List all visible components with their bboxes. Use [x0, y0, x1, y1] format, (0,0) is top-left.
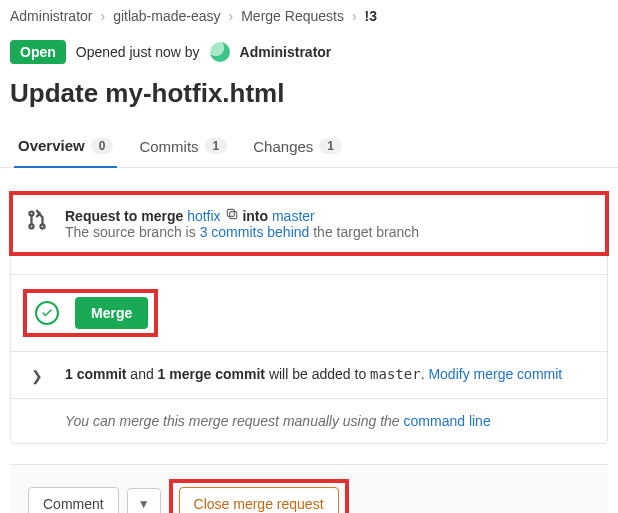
breadcrumb-mr-id: !3 — [365, 8, 377, 24]
breadcrumb: Administrator › gitlab-made-easy › Merge… — [0, 0, 618, 32]
merge-action-row: Merge — [11, 274, 607, 351]
tab-count: 0 — [91, 138, 114, 154]
breadcrumb-item[interactable]: Merge Requests — [241, 8, 344, 24]
chevron-right-icon[interactable]: ❯ — [31, 368, 43, 384]
comment-dropdown-button[interactable]: ▼ — [127, 488, 161, 513]
svg-rect-3 — [229, 212, 236, 219]
commits-behind-link[interactable]: 3 commits behind — [200, 224, 310, 240]
source-branch-link[interactable]: hotfix — [187, 208, 220, 224]
tab-count: 1 — [205, 138, 228, 154]
tab-changes[interactable]: Changes 1 — [249, 127, 346, 167]
tab-overview[interactable]: Overview 0 — [14, 127, 117, 168]
opened-by-text: Opened just now by — [76, 44, 200, 60]
merge-button[interactable]: Merge — [75, 297, 148, 329]
manual-merge-row: You can merge this merge request manuall… — [11, 398, 607, 443]
close-mr-button[interactable]: Close merge request — [179, 487, 339, 513]
breadcrumb-item[interactable]: Administrator — [10, 8, 92, 24]
status-check-icon — [35, 301, 59, 325]
chevron-right-icon: › — [352, 8, 357, 24]
branch-behind-line: The source branch is 3 commits behind th… — [65, 224, 419, 240]
commit-summary-row: ❯ 1 commit and 1 merge commit will be ad… — [11, 351, 607, 398]
comment-footer: Comment ▼ Close merge request — [10, 464, 608, 513]
tab-label: Changes — [253, 138, 313, 155]
page-title: Update my-hotfix.html — [0, 72, 618, 127]
copy-icon[interactable] — [225, 208, 243, 224]
merge-request-info: Request to merge hotfix into master The … — [11, 193, 607, 254]
author-name[interactable]: Administrator — [240, 44, 332, 60]
merge-branches-line: Request to merge hotfix into master — [65, 207, 419, 224]
chevron-right-icon: › — [100, 8, 105, 24]
tab-count: 1 — [319, 138, 342, 154]
status-row: Open Opened just now by Administrator — [0, 32, 618, 72]
merge-request-icon — [23, 207, 51, 231]
svg-rect-4 — [227, 209, 234, 216]
breadcrumb-item[interactable]: gitlab-made-easy — [113, 8, 220, 24]
tab-label: Commits — [139, 138, 198, 155]
target-branch-link[interactable]: master — [272, 208, 315, 224]
avatar[interactable] — [210, 42, 230, 62]
chevron-right-icon: › — [229, 8, 234, 24]
merge-widget: Request to merge hotfix into master The … — [10, 192, 608, 444]
status-badge: Open — [10, 40, 66, 64]
tab-label: Overview — [18, 137, 85, 154]
tab-commits[interactable]: Commits 1 — [135, 127, 231, 167]
comment-button[interactable]: Comment — [28, 487, 119, 513]
modify-merge-commit-link[interactable]: Modify merge commit — [428, 366, 562, 382]
tabs: Overview 0 Commits 1 Changes 1 — [0, 127, 618, 168]
command-line-link[interactable]: command line — [404, 413, 491, 429]
